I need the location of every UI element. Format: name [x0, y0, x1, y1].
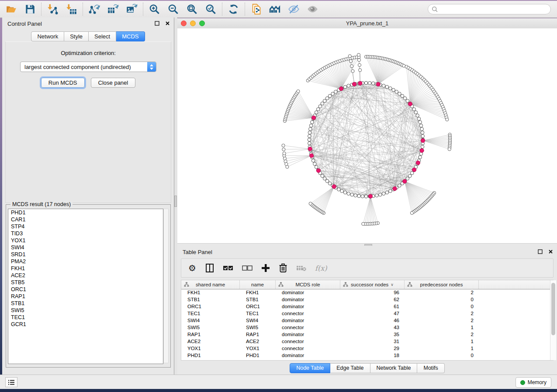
- table-row[interactable]: SWI5SWI5connector431: [181, 324, 553, 331]
- export-table-icon[interactable]: [107, 3, 119, 15]
- search-input[interactable]: [438, 6, 547, 13]
- tab-edge-table[interactable]: Edge Table: [330, 363, 370, 373]
- column-header-MCDS-role[interactable]: MCDS role: [276, 280, 340, 289]
- show-all-icon[interactable]: [307, 3, 318, 15]
- tab-network-table[interactable]: Network Table: [370, 363, 418, 373]
- mcds-result-item[interactable]: CAR1: [8, 216, 163, 223]
- close-window-icon[interactable]: [181, 21, 187, 26]
- search-box[interactable]: [428, 4, 551, 14]
- table-scrollbar[interactable]: [550, 280, 556, 360]
- delete-row-icon[interactable]: [278, 263, 288, 273]
- cell: 0: [405, 296, 479, 303]
- table-row[interactable]: RAP1RAP1dominator352: [181, 331, 553, 338]
- open-file-icon[interactable]: [5, 3, 17, 15]
- tab-mcds[interactable]: MCDS: [116, 31, 145, 41]
- save-session-icon[interactable]: [24, 3, 36, 15]
- vertical-splitter-handle[interactable]: [174, 196, 177, 207]
- close-panel-button[interactable]: Close panel: [91, 78, 136, 88]
- network-canvas[interactable]: [177, 28, 557, 243]
- column-label: shared name: [196, 282, 225, 287]
- deselect-all-icon[interactable]: [242, 263, 253, 273]
- column-header-successor-nodes[interactable]: successor nodes∨: [340, 280, 405, 289]
- cell: 47: [340, 310, 405, 317]
- minimize-window-icon[interactable]: [190, 21, 196, 26]
- import-table-icon[interactable]: [66, 3, 77, 15]
- mcds-result-item[interactable]: SWI5: [8, 307, 163, 314]
- mcds-result-item[interactable]: STP4: [8, 223, 163, 230]
- mcds-result-item[interactable]: TEC1: [8, 314, 163, 321]
- mcds-result-item[interactable]: ORC1: [8, 286, 163, 293]
- table-panel-title: Table Panel: [177, 249, 212, 255]
- cell: dominator: [276, 331, 340, 338]
- tab-select[interactable]: Select: [89, 31, 116, 41]
- memory-button[interactable]: Memory: [515, 377, 551, 388]
- table-scrollbar-thumb[interactable]: [551, 283, 555, 335]
- table-row[interactable]: YOX1YOX1connector291: [181, 345, 553, 352]
- mcds-result-item[interactable]: PHD1: [8, 209, 163, 216]
- mcds-result-item[interactable]: SWI4: [8, 244, 163, 251]
- import-network-icon[interactable]: [47, 3, 59, 15]
- table-row[interactable]: PHD1PHD1dominator180: [181, 352, 553, 359]
- export-image-icon[interactable]: [126, 3, 138, 15]
- hide-selected-icon[interactable]: [288, 3, 300, 15]
- cell: RAP1: [240, 331, 276, 338]
- settings-gear-icon[interactable]: ⚙: [187, 263, 197, 273]
- float-panel-icon[interactable]: [154, 20, 160, 26]
- table-row[interactable]: SWI4SWI4dominator462: [181, 317, 553, 324]
- select-all-icon[interactable]: [222, 263, 234, 273]
- first-neighbors-icon[interactable]: [269, 3, 281, 15]
- add-row-icon[interactable]: [261, 263, 270, 273]
- tab-node-table[interactable]: Node Table: [290, 363, 330, 373]
- zoom-selected-icon[interactable]: [205, 3, 217, 15]
- mcds-result-item[interactable]: SRD1: [8, 251, 163, 258]
- table-row[interactable]: TEC1TEC1connector472: [181, 310, 553, 317]
- toolbar-group: [143, 3, 222, 16]
- mcds-result-item[interactable]: RAP1: [8, 293, 163, 300]
- close-table-panel-icon[interactable]: [547, 248, 554, 254]
- cell: 2: [405, 331, 479, 338]
- apply-layout-icon[interactable]: [228, 3, 239, 15]
- table-row[interactable]: FKH1FKH1dominator962: [181, 289, 553, 296]
- new-network-from-selection-icon[interactable]: [250, 3, 262, 15]
- column-header-predecessor-nodes[interactable]: predecessor nodes: [405, 280, 479, 289]
- maximize-window-icon[interactable]: [199, 21, 205, 26]
- export-network-icon[interactable]: [88, 3, 100, 15]
- show-panel-list-button[interactable]: [5, 377, 17, 387]
- mcds-result-item[interactable]: GCR1: [8, 321, 163, 328]
- mcds-list-scrollbar[interactable]: [163, 209, 169, 363]
- zoom-out-icon[interactable]: [167, 3, 179, 15]
- toolbar-group: [222, 3, 245, 16]
- mcds-result-groupbox: MCDS result (17 nodes) PHD1CAR1STP4TID3Y…: [6, 204, 171, 368]
- tab-network[interactable]: Network: [31, 31, 64, 41]
- tab-style[interactable]: Style: [64, 31, 89, 41]
- mcds-result-item[interactable]: ACE2: [8, 272, 163, 279]
- mcds-result-item[interactable]: STB5: [8, 279, 163, 286]
- cell: 35: [340, 331, 405, 338]
- table-tabs: Node TableEdge TableNetwork TableMotifs: [177, 363, 557, 373]
- run-mcds-button[interactable]: Run MCDS: [41, 78, 85, 88]
- select-stepper-icon: [147, 62, 156, 72]
- network-window-titlebar[interactable]: YPA_prune.txt_1: [177, 18, 557, 29]
- column-header-name[interactable]: name: [240, 280, 276, 289]
- cell: SWI4: [240, 317, 276, 324]
- zoom-in-icon[interactable]: [149, 3, 160, 15]
- table-row[interactable]: STB1STB1dominator620: [181, 296, 553, 303]
- mcds-result-item[interactable]: STB1: [8, 300, 163, 307]
- mcds-result-list[interactable]: PHD1CAR1STP4TID3YOX1SWI4SRD1PMA2FKH1ACE2…: [8, 209, 163, 364]
- cell: 96: [340, 289, 405, 296]
- zoom-fit-icon[interactable]: [186, 3, 198, 15]
- mcds-result-item[interactable]: PMA2: [8, 258, 163, 265]
- mcds-result-item[interactable]: YOX1: [8, 237, 163, 244]
- tab-motifs[interactable]: Motifs: [417, 363, 444, 373]
- column-header-shared-name[interactable]: shared name: [181, 280, 240, 289]
- optimization-criterion-select[interactable]: largest connected component (undirected): [20, 62, 156, 72]
- table-row[interactable]: ACE2ACE2connector311: [181, 338, 553, 345]
- mcds-result-item[interactable]: TID3: [8, 230, 163, 237]
- cell: dominator: [276, 303, 340, 310]
- mcds-result-item[interactable]: FKH1: [8, 265, 163, 272]
- toggle-columns-icon[interactable]: [205, 263, 214, 273]
- app-screen: Control Panel NetworkStyleSelectMCDS Opt…: [0, 0, 557, 392]
- float-table-panel-icon[interactable]: [537, 248, 543, 254]
- close-panel-icon[interactable]: [164, 20, 170, 26]
- table-row[interactable]: ORC1ORC1dominator610: [181, 303, 553, 310]
